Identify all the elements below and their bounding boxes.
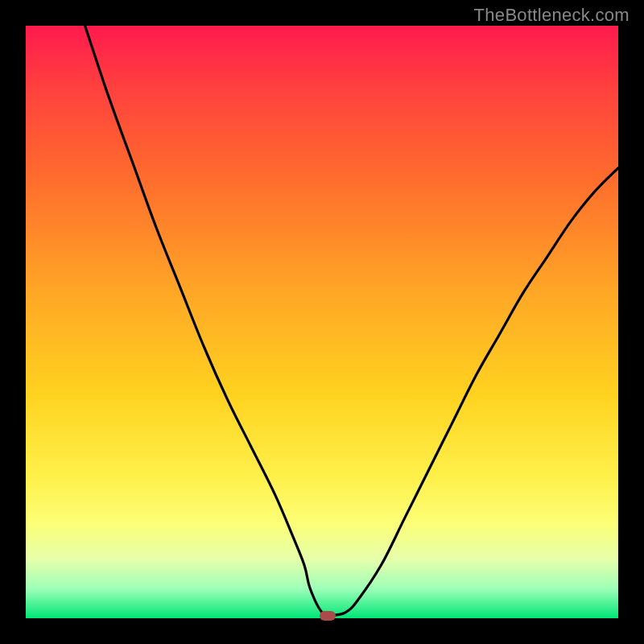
chart-frame: TheBottleneck.com	[0, 0, 644, 644]
curve-path	[85, 26, 618, 616]
plot-area	[26, 26, 618, 618]
watermark-text: TheBottleneck.com	[474, 5, 630, 26]
min-marker	[320, 611, 336, 621]
bottleneck-curve	[26, 26, 618, 618]
